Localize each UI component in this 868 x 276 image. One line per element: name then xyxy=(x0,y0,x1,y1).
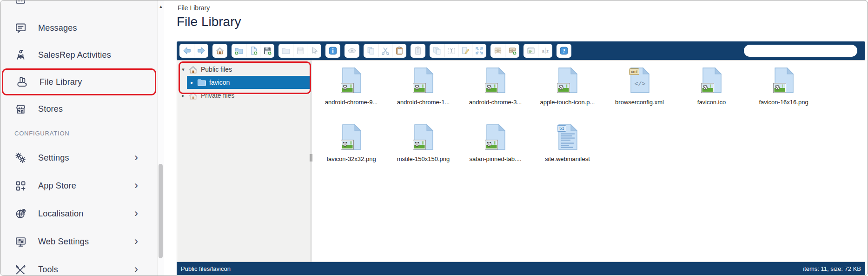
tree-item-label: favicon xyxy=(209,79,230,86)
scroll-up-icon[interactable]: ▲ xyxy=(158,4,164,9)
file-item[interactable]: favicon.ico xyxy=(676,65,748,121)
sidebar-item-web-settings[interactable]: Web Settings› xyxy=(0,228,164,256)
clipboard-restore-icon[interactable] xyxy=(411,44,425,57)
edit-icon[interactable] xyxy=(458,44,472,57)
forward-arrow-icon[interactable] xyxy=(194,44,208,57)
page-title: File Library xyxy=(177,14,241,29)
file-name: android-chrome-3... xyxy=(469,99,522,106)
view-list-icon[interactable] xyxy=(524,44,538,57)
file-text-icon: txt xyxy=(557,121,578,150)
toolbar-group xyxy=(411,44,425,58)
localisation-icon xyxy=(14,208,27,220)
toolbar-group xyxy=(278,44,321,58)
sidebar-menu: MessagesSalesRep ActivitiesFile LibraryS… xyxy=(0,14,164,276)
sidebar-item-messages[interactable]: Messages xyxy=(0,14,164,41)
file-name: mstile-150x150.png xyxy=(397,155,450,162)
new-folder-icon[interactable] xyxy=(232,44,246,57)
file-name: site.webmanifest xyxy=(545,155,590,162)
sidebar-section-label: CONFIGURATION xyxy=(0,122,164,144)
file-name: browserconfig.xml xyxy=(615,99,664,106)
new-file-icon[interactable] xyxy=(246,44,260,57)
panel-resize-grip[interactable] xyxy=(309,154,313,162)
open-folder-icon[interactable] xyxy=(279,44,293,57)
file-name: safari-pinned-tab.... xyxy=(469,155,521,162)
back-arrow-icon[interactable] xyxy=(180,44,194,57)
info-icon[interactable] xyxy=(326,44,340,57)
file-item[interactable]: safari-pinned-tab.... xyxy=(459,121,531,178)
sidebar-item-app-store[interactable]: App Store› xyxy=(0,172,164,200)
file-item[interactable]: xml</>browserconfig.xml xyxy=(603,65,676,121)
file-item[interactable]: favicon-32x32.png xyxy=(315,121,387,178)
sidebar-scrollbar-thumb[interactable] xyxy=(159,164,163,258)
sidebar-item-file-library[interactable]: File Library xyxy=(2,68,156,95)
file-image-icon xyxy=(341,121,362,150)
file-library-app: MessagesSalesRep ActivitiesFile LibraryS… xyxy=(0,0,868,276)
chevron-right-icon: › xyxy=(134,152,138,163)
web-settings-icon xyxy=(14,236,27,248)
file-name: android-chrome-1... xyxy=(397,99,450,106)
toolbar-group xyxy=(345,44,359,58)
tree-item-label: Public files xyxy=(201,66,232,73)
file-image-icon xyxy=(485,121,506,150)
sort-az-icon[interactable]: az xyxy=(538,44,552,57)
file-item[interactable]: android-chrome-9... xyxy=(315,65,387,121)
pointer-icon[interactable] xyxy=(307,44,321,57)
paste-icon[interactable] xyxy=(392,44,406,57)
file-item[interactable]: mstile-150x150.png xyxy=(387,121,459,178)
svg-text:a: a xyxy=(542,48,544,54)
tree-item-public-files[interactable]: ▾Public files xyxy=(177,63,311,76)
chevron-right-icon: › xyxy=(134,263,138,275)
settings-icon xyxy=(14,152,27,164)
sidebar-item-localisation[interactable]: Localisation› xyxy=(0,200,164,228)
save-icon[interactable] xyxy=(293,44,307,57)
tools-icon xyxy=(14,263,27,276)
sidebar: MessagesSalesRep ActivitiesFile LibraryS… xyxy=(0,0,164,276)
chevron-right-icon: › xyxy=(134,236,138,247)
sidebar-item-label: App Store xyxy=(38,181,76,191)
sidebar-item-tools[interactable]: Tools› xyxy=(0,256,164,276)
caret-right-icon[interactable]: ▸ xyxy=(189,80,195,86)
cut-icon[interactable] xyxy=(378,44,392,57)
copy-icon[interactable] xyxy=(364,44,378,57)
sidebar-scrollbar[interactable]: ▲ xyxy=(157,0,164,276)
file-item[interactable]: android-chrome-3... xyxy=(459,65,531,121)
toolbar-group xyxy=(179,44,208,58)
svg-text:z: z xyxy=(546,48,549,54)
search-input[interactable] xyxy=(744,45,857,57)
chevron-right-icon: › xyxy=(134,208,138,219)
file-image-icon xyxy=(485,65,506,94)
caret-right-icon[interactable]: ▸ xyxy=(180,93,186,99)
file-item[interactable]: txtsite.webmanifest xyxy=(531,121,603,178)
toolbar-group: az xyxy=(523,44,552,58)
messages-icon xyxy=(14,22,27,34)
resize-icon[interactable] xyxy=(472,44,486,57)
toolbar-group xyxy=(232,44,274,58)
preview-eye-icon[interactable] xyxy=(345,44,359,57)
toolbar-group xyxy=(325,44,340,58)
sidebar-item-label: Web Settings xyxy=(38,237,89,247)
sidebar-item-stores[interactable]: Stores xyxy=(0,95,164,122)
sidebar-item-label: Settings xyxy=(38,153,69,163)
home-icon[interactable] xyxy=(213,44,227,57)
status-bar: Public files/favicon items: 11, size: 72… xyxy=(177,262,865,275)
duplicate-icon[interactable] xyxy=(430,44,444,57)
tree-item-favicon[interactable]: ▸favicon xyxy=(187,76,311,89)
caret-down-icon[interactable]: ▾ xyxy=(180,67,186,73)
sidebar-item-salesrep-activities[interactable]: SalesRep Activities xyxy=(0,41,164,68)
tree-item-label: Private files xyxy=(201,92,234,99)
file-item[interactable]: favicon-16x16.png xyxy=(748,65,820,121)
file-name: favicon-32x32.png xyxy=(326,155,376,162)
file-item[interactable]: android-chrome-1... xyxy=(387,65,459,121)
sidebar-item-settings[interactable]: Settings› xyxy=(0,144,164,172)
extract-archive-icon[interactable] xyxy=(505,44,519,57)
toolbar-group: ? xyxy=(557,44,571,58)
breadcrumb: File Library xyxy=(178,4,210,12)
archive-icon[interactable] xyxy=(491,44,505,57)
tree-item-private-files[interactable]: ▸Private files xyxy=(177,89,311,102)
rename-icon[interactable] xyxy=(444,44,458,57)
help-icon[interactable]: ? xyxy=(557,44,571,57)
file-item[interactable]: apple-touch-icon.p... xyxy=(531,65,603,121)
sidebar-item-label: File Library xyxy=(40,77,82,87)
upload-save-icon[interactable] xyxy=(260,44,274,57)
file-name: favicon.ico xyxy=(697,99,726,106)
